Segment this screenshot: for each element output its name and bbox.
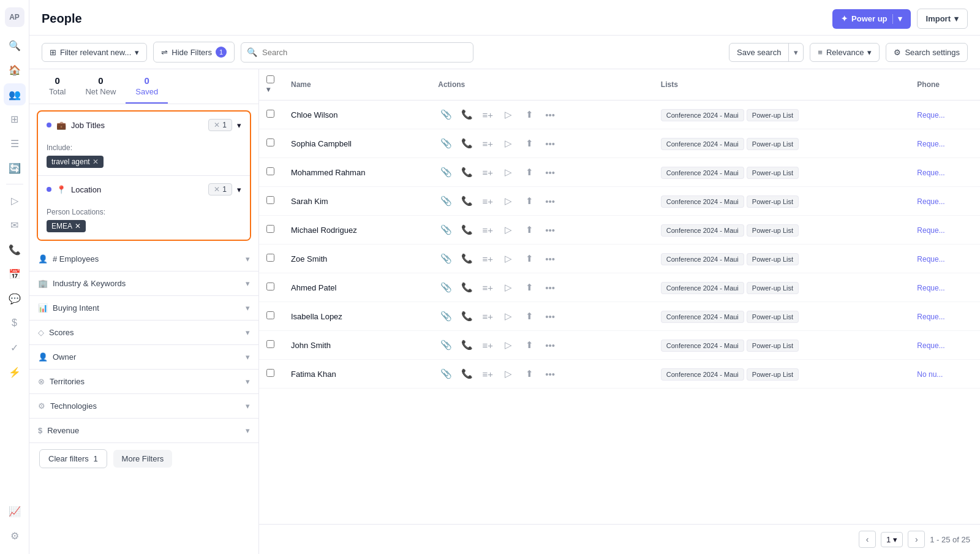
revenue-chevron-icon[interactable]: ▾ (246, 426, 250, 435)
export-icon[interactable]: ⬆ (521, 279, 537, 295)
search-input[interactable] (241, 42, 473, 63)
more-icon[interactable]: ••• (542, 135, 558, 151)
more-icon[interactable]: ••• (542, 164, 558, 180)
filter-industry-header[interactable]: 🏢 Industry & Keywords ▾ (29, 271, 258, 295)
pin-icon[interactable]: 📎 (438, 251, 454, 267)
nav-item-people[interactable]: 👥 (4, 83, 26, 105)
next-page-button[interactable]: › (908, 531, 925, 548)
add-list-icon[interactable]: ≡+ (480, 164, 496, 180)
more-icon[interactable]: ••• (542, 279, 558, 295)
more-icon[interactable]: ••• (542, 337, 558, 353)
row-checkbox[interactable] (266, 340, 274, 348)
more-icon[interactable]: ••• (542, 107, 558, 123)
more-icon[interactable]: ••• (542, 366, 558, 382)
clear-filters-button[interactable]: Clear filters 1 (39, 449, 107, 468)
send-icon[interactable]: ▷ (500, 251, 516, 267)
export-icon[interactable]: ⬆ (521, 135, 537, 151)
nav-item-home[interactable]: 🏠 (4, 59, 26, 81)
nav-item-messages[interactable]: 💬 (4, 287, 26, 309)
location-chevron-icon[interactable]: ▾ (237, 185, 241, 194)
industry-chevron-icon[interactable]: ▾ (246, 279, 250, 288)
employees-chevron-icon[interactable]: ▾ (246, 254, 250, 264)
filter-group-location-header[interactable]: 📍 Location ✕ 1 ▾ (38, 176, 250, 203)
nav-item-lists[interactable]: ☰ (4, 132, 26, 154)
prev-page-button[interactable]: ‹ (859, 531, 876, 548)
add-list-icon[interactable]: ≡+ (480, 308, 496, 324)
phone-icon[interactable]: 📞 (459, 308, 475, 324)
search-settings-button[interactable]: ⚙ Search settings (886, 43, 968, 62)
phone-icon[interactable]: 📞 (459, 337, 475, 353)
owner-chevron-icon[interactable]: ▾ (246, 352, 250, 362)
filter-technologies-header[interactable]: ⚙ Technologies ▾ (29, 394, 258, 418)
tag-emea-remove-icon[interactable]: ✕ (75, 222, 81, 230)
nav-item-deals[interactable]: $ (4, 312, 26, 334)
location-clear-icon[interactable]: ✕ (214, 185, 220, 194)
add-list-icon[interactable]: ≡+ (480, 337, 496, 353)
pin-icon[interactable]: 📎 (438, 135, 454, 151)
nav-item-campaigns[interactable]: ▷ (4, 189, 26, 211)
pin-icon[interactable]: 📎 (438, 193, 454, 209)
pin-icon[interactable]: 📎 (438, 279, 454, 295)
send-icon[interactable]: ▷ (500, 193, 516, 209)
add-list-icon[interactable]: ≡+ (480, 366, 496, 382)
export-icon[interactable]: ⬆ (521, 251, 537, 267)
add-list-icon[interactable]: ≡+ (480, 279, 496, 295)
phone-icon[interactable]: 📞 (459, 193, 475, 209)
nav-item-calls[interactable]: 📞 (4, 238, 26, 260)
pin-icon[interactable]: 📎 (438, 308, 454, 324)
send-icon[interactable]: ▷ (500, 222, 516, 238)
export-icon[interactable]: ⬆ (521, 193, 537, 209)
tab-net-new[interactable]: 0 Net New (75, 69, 126, 104)
add-list-icon[interactable]: ≡+ (480, 107, 496, 123)
export-icon[interactable]: ⬆ (521, 337, 537, 353)
filter-scores-header[interactable]: ◇ Scores ▾ (29, 321, 258, 344)
job-titles-count-badge[interactable]: ✕ 1 (208, 119, 232, 131)
tab-total[interactable]: 0 Total (39, 69, 75, 104)
send-icon[interactable]: ▷ (500, 337, 516, 353)
nav-item-lightning[interactable]: ⚡ (4, 361, 26, 383)
export-icon[interactable]: ⬆ (521, 164, 537, 180)
add-list-icon[interactable]: ≡+ (480, 135, 496, 151)
row-checkbox[interactable] (266, 110, 274, 118)
send-icon[interactable]: ▷ (500, 107, 516, 123)
row-checkbox[interactable] (266, 283, 274, 290)
import-button[interactable]: Import ▾ (917, 9, 968, 29)
more-icon[interactable]: ••• (542, 251, 558, 267)
filter-owner-header[interactable]: 👤 Owner ▾ (29, 345, 258, 369)
select-all-checkbox[interactable] (266, 75, 274, 83)
pin-icon[interactable]: 📎 (438, 107, 454, 123)
add-list-icon[interactable]: ≡+ (480, 222, 496, 238)
job-titles-clear-icon[interactable]: ✕ (214, 121, 220, 129)
phone-icon[interactable]: 📞 (459, 135, 475, 151)
nav-item-calendar[interactable]: 📅 (4, 263, 26, 285)
buying-intent-chevron-icon[interactable]: ▾ (246, 303, 250, 313)
filter-employees-header[interactable]: 👤 # Employees ▾ (29, 247, 258, 271)
nav-item-dashboard[interactable]: ⊞ (4, 108, 26, 130)
row-checkbox[interactable] (266, 311, 274, 319)
filter-territories-header[interactable]: ⊗ Territories ▾ (29, 370, 258, 393)
nav-item-settings[interactable]: ⚙ (4, 525, 26, 547)
export-icon[interactable]: ⬆ (521, 107, 537, 123)
filter-group-job-titles-header[interactable]: 💼 Job Titles ✕ 1 ▾ (38, 112, 250, 138)
pin-icon[interactable]: 📎 (438, 337, 454, 353)
phone-icon[interactable]: 📞 (459, 366, 475, 382)
save-search-chevron-icon[interactable]: ▾ (789, 44, 803, 61)
more-icon[interactable]: ••• (542, 308, 558, 324)
location-count-badge[interactable]: ✕ 1 (208, 183, 232, 195)
scores-chevron-icon[interactable]: ▾ (246, 328, 250, 337)
nav-item-analytics[interactable]: 📈 (4, 500, 26, 522)
more-filters-button[interactable]: More Filters (113, 450, 173, 468)
nav-item-search[interactable]: 🔍 (4, 34, 26, 56)
row-checkbox[interactable] (266, 167, 274, 175)
row-checkbox[interactable] (266, 369, 274, 377)
phone-icon[interactable]: 📞 (459, 222, 475, 238)
power-up-button[interactable]: ✦ Power up ▾ (832, 9, 911, 29)
hide-filters-button[interactable]: ⇌ Hide Filters 1 (153, 42, 235, 63)
row-checkbox[interactable] (266, 138, 274, 146)
export-icon[interactable]: ⬆ (521, 366, 537, 382)
job-titles-chevron-icon[interactable]: ▾ (237, 121, 241, 130)
send-icon[interactable]: ▷ (500, 279, 516, 295)
export-icon[interactable]: ⬆ (521, 222, 537, 238)
pin-icon[interactable]: 📎 (438, 222, 454, 238)
save-search-button[interactable]: Save search ▾ (729, 43, 804, 62)
